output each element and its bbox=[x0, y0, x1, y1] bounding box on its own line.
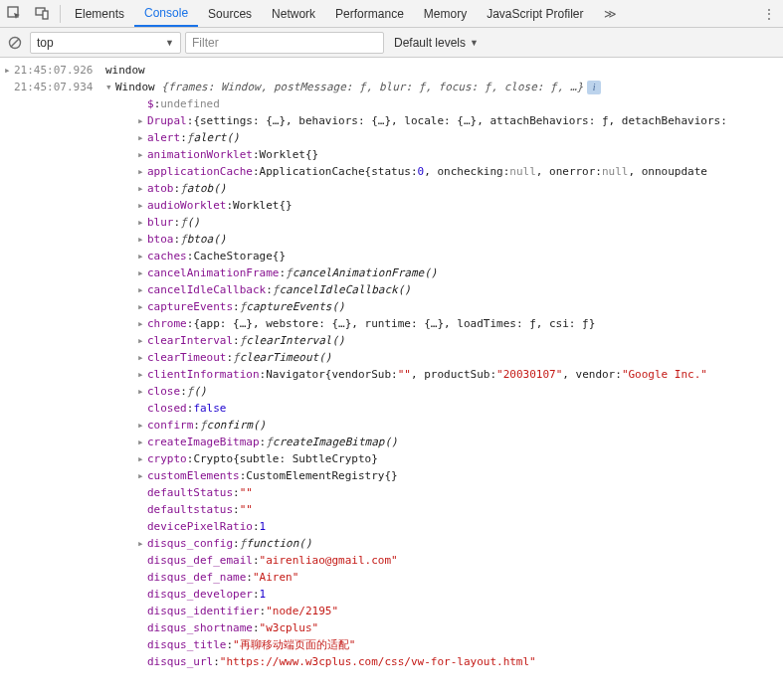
object-properties: $: undefined ▸Drupal: {settings: {…}, be… bbox=[0, 95, 783, 670]
object-prop[interactable]: ▸caches: CacheStorage {} bbox=[111, 248, 783, 264]
object-prop[interactable]: ▸btoa: ƒ btoa() bbox=[111, 231, 783, 248]
object-prop[interactable]: ▸atob: ƒ atob() bbox=[111, 180, 783, 197]
expand-icon: ▸ bbox=[137, 417, 147, 434]
expand-icon: ▸ bbox=[137, 281, 147, 298]
console-subbar: top ▼ Filter Default levels ▼ bbox=[0, 28, 783, 58]
expand-icon: ▸ bbox=[137, 298, 147, 315]
expand-icon: ▸ bbox=[137, 214, 147, 231]
object-prop[interactable]: ▸customElements: CustomElementRegistry {… bbox=[111, 467, 783, 484]
log-timestamp: 21:45:07.934 bbox=[14, 79, 105, 95]
object-prop[interactable]: ▸applicationCache: ApplicationCache {sta… bbox=[111, 163, 783, 180]
object-prop[interactable]: ▸animationWorklet: Worklet {} bbox=[111, 146, 783, 163]
expand-icon: ▸ bbox=[137, 264, 147, 281]
log-levels-selector[interactable]: Default levels ▼ bbox=[388, 32, 485, 54]
object-prop[interactable]: ▸alert: ƒ alert() bbox=[111, 129, 783, 146]
expand-icon: ▸ bbox=[137, 349, 147, 366]
log-row[interactable]: ▸ 21:45:07.926 window bbox=[0, 62, 783, 79]
object-prop[interactable]: disqus_def_name: "Airen" bbox=[111, 569, 783, 586]
levels-label: Default levels bbox=[394, 36, 466, 50]
panel-tabs: Elements Console Sources Network Perform… bbox=[65, 0, 755, 27]
expand-icon: ▸ bbox=[137, 383, 147, 400]
devtools-toolbar: Elements Console Sources Network Perform… bbox=[0, 0, 783, 28]
log-timestamp: 21:45:07.926 bbox=[14, 62, 105, 79]
svg-line-4 bbox=[11, 39, 19, 47]
object-prop[interactable]: $: undefined bbox=[111, 95, 783, 112]
collapse-icon[interactable]: ▾ bbox=[105, 79, 115, 95]
tab-profiler[interactable]: JavaScript Profiler bbox=[477, 0, 593, 27]
info-icon[interactable]: i bbox=[587, 81, 601, 94]
expand-icon: ▸ bbox=[137, 248, 147, 264]
expand-icon: ▸ bbox=[137, 146, 147, 163]
object-prop[interactable]: ▸Drupal: {settings: {…}, behaviors: {…},… bbox=[111, 112, 783, 129]
expand-icon: ▸ bbox=[137, 231, 147, 248]
object-prop[interactable]: disqus_url: "https://www.w3cplus.com/css… bbox=[111, 653, 783, 670]
object-prop[interactable]: ▸captureEvents: ƒ captureEvents() bbox=[111, 298, 783, 315]
expand-icon: ▸ bbox=[137, 163, 147, 180]
object-prop[interactable]: ▸chrome: {app: {…}, webstore: {…}, runti… bbox=[111, 315, 783, 332]
object-prop[interactable]: ▸confirm: ƒ confirm() bbox=[111, 417, 783, 434]
object-prop[interactable]: disqus_developer: 1 bbox=[111, 586, 783, 603]
object-prop[interactable]: ▸blur: ƒ () bbox=[111, 214, 783, 231]
expand-icon[interactable]: ▸ bbox=[4, 62, 14, 79]
tab-memory[interactable]: Memory bbox=[414, 0, 477, 27]
clear-console-icon[interactable] bbox=[4, 32, 26, 54]
object-prop[interactable]: disqus_title: "再聊移动端页面的适配" bbox=[111, 636, 783, 653]
device-toggle-icon[interactable] bbox=[28, 0, 56, 28]
tab-performance[interactable]: Performance bbox=[325, 0, 414, 27]
expand-icon: ▸ bbox=[137, 467, 147, 484]
expand-icon bbox=[4, 79, 14, 95]
object-prop[interactable]: disqus_def_email: "airenliao@gmail.com" bbox=[111, 552, 783, 569]
tab-network[interactable]: Network bbox=[262, 0, 325, 27]
filter-input[interactable]: Filter bbox=[185, 32, 384, 54]
object-prop[interactable]: ▸createImageBitmap: ƒ createImageBitmap(… bbox=[111, 434, 783, 450]
more-tabs-icon[interactable]: ≫ bbox=[594, 7, 627, 21]
object-prop[interactable]: ▸close: ƒ () bbox=[111, 383, 783, 400]
tab-sources[interactable]: Sources bbox=[198, 0, 262, 27]
object-prop[interactable]: disqus_shortname: "w3cplus" bbox=[111, 619, 783, 636]
log-text: window bbox=[105, 62, 779, 79]
object-prop[interactable]: ▸clearTimeout: ƒ clearTimeout() bbox=[111, 349, 783, 366]
svg-rect-2 bbox=[43, 11, 48, 19]
object-prop[interactable]: closed: false bbox=[111, 400, 783, 417]
object-prop[interactable]: ▸clearInterval: ƒ clearInterval() bbox=[111, 332, 783, 349]
expand-icon: ▸ bbox=[137, 315, 147, 332]
expand-icon: ▸ bbox=[137, 112, 147, 129]
tab-console[interactable]: Console bbox=[134, 0, 198, 27]
object-prop[interactable]: defaultstatus: "" bbox=[111, 501, 783, 518]
object-prop[interactable]: ▸cancelAnimationFrame: ƒ cancelAnimation… bbox=[111, 264, 783, 281]
object-prop[interactable]: ▸cancelIdleCallback: ƒ cancelIdleCallbac… bbox=[111, 281, 783, 298]
log-object: ▾Window {frames: Window, postMessage: ƒ,… bbox=[105, 79, 779, 95]
expand-icon: ▸ bbox=[137, 129, 147, 146]
dropdown-icon: ▼ bbox=[470, 38, 479, 48]
object-prop[interactable]: ▸audioWorklet: Worklet {} bbox=[111, 197, 783, 214]
log-row[interactable]: 21:45:07.934 ▾Window {frames: Window, po… bbox=[0, 79, 783, 95]
object-prop[interactable]: defaultStatus: "" bbox=[111, 484, 783, 501]
dropdown-icon: ▼ bbox=[165, 38, 174, 48]
filter-placeholder: Filter bbox=[192, 36, 219, 50]
object-prop[interactable]: ▸clientInformation: Navigator {vendorSub… bbox=[111, 366, 783, 383]
expand-icon: ▸ bbox=[137, 197, 147, 214]
context-selector[interactable]: top ▼ bbox=[30, 32, 181, 54]
divider bbox=[60, 5, 61, 23]
object-prop[interactable]: ▸disqus_config: ƒ function() bbox=[111, 535, 783, 552]
object-prop[interactable]: ▸crypto: Crypto {subtle: SubtleCrypto} bbox=[111, 450, 783, 467]
object-prop[interactable]: disqus_identifier: "node/2195" bbox=[111, 603, 783, 619]
console-output: ▸ 21:45:07.926 window 21:45:07.934 ▾Wind… bbox=[0, 58, 783, 670]
object-prop[interactable]: devicePixelRatio: 1 bbox=[111, 518, 783, 535]
expand-icon: ▸ bbox=[137, 332, 147, 349]
expand-icon: ▸ bbox=[137, 366, 147, 383]
expand-icon: ▸ bbox=[137, 180, 147, 197]
tab-elements[interactable]: Elements bbox=[65, 0, 134, 27]
expand-icon: ▸ bbox=[137, 450, 147, 467]
settings-menu-icon[interactable]: ⋮ bbox=[755, 7, 783, 21]
expand-icon: ▸ bbox=[137, 535, 147, 552]
context-value: top bbox=[37, 36, 54, 50]
expand-icon: ▸ bbox=[137, 434, 147, 450]
inspect-element-icon[interactable] bbox=[0, 0, 28, 28]
